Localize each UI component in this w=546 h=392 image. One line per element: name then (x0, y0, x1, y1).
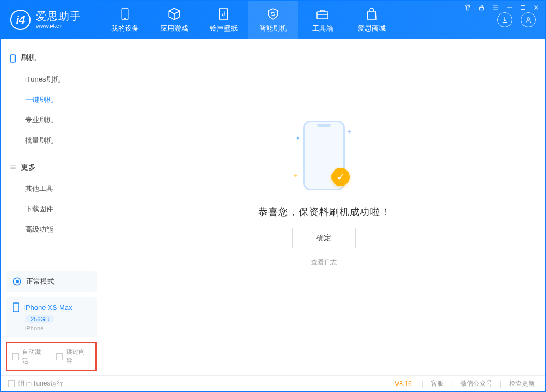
svg-rect-7 (11, 55, 16, 62)
nav-store[interactable]: 爱思商城 (347, 1, 396, 39)
svg-point-6 (527, 18, 530, 20)
device-card[interactable]: iPhone XS Max 256GB iPhone (6, 297, 97, 337)
app-window: i4 爱思助手 www.i4.cn 我的设备 应用游戏 铃声壁纸 智能刷机 (0, 0, 546, 392)
nav-label: 应用游戏 (160, 24, 188, 33)
music-file-icon (217, 7, 231, 21)
menu-icon[interactable] (492, 4, 499, 11)
sidebar: 刷机 iTunes刷机 一键刷机 专业刷机 批量刷机 更多 其他工具 下载固件 … (1, 39, 102, 375)
svg-point-3 (124, 18, 126, 19)
checkbox-icon (12, 353, 19, 360)
tshirt-icon[interactable] (464, 4, 471, 11)
user-button[interactable] (521, 12, 536, 27)
sparkle-icon: ✦ (293, 172, 298, 180)
logo-icon: i4 (10, 10, 31, 30)
checkbox-auto-activate[interactable]: 自动激活 (12, 347, 47, 366)
checkbox-icon (56, 353, 63, 360)
sidebar-item-itunes-flash[interactable]: iTunes刷机 (8, 69, 94, 90)
checkbox-block-itunes[interactable]: 阻止iTunes运行 (8, 379, 63, 388)
nav-label: 爱思商城 (358, 24, 386, 33)
ok-button[interactable]: 确定 (292, 228, 356, 248)
sidebar-item-advanced[interactable]: 高级功能 (8, 219, 94, 240)
refresh-shield-icon (266, 7, 280, 21)
mode-label: 正常模式 (26, 277, 54, 286)
sidebar-item-download-firmware[interactable]: 下载固件 (8, 199, 94, 219)
nav-label: 工具箱 (312, 24, 333, 33)
sidebar-item-other-tools[interactable]: 其他工具 (8, 179, 94, 199)
status-link-support[interactable]: 客服 (427, 379, 447, 388)
bag-icon (365, 7, 379, 21)
view-log-link[interactable]: 查看日志 (311, 258, 337, 267)
phone-icon (118, 7, 132, 21)
window-controls (464, 4, 540, 11)
lock-icon[interactable] (478, 4, 485, 11)
nav-ringtones[interactable]: 铃声壁纸 (199, 1, 248, 39)
header-right (497, 12, 536, 27)
mode-card[interactable]: 正常模式 (6, 271, 97, 292)
app-domain: www.i4.cn (36, 23, 81, 29)
version-label: V8.16 (395, 380, 411, 388)
nav-label: 铃声壁纸 (210, 24, 238, 33)
nav-toolbox[interactable]: 工具箱 (298, 1, 347, 39)
sidebar-group-more: 更多 其他工具 下载固件 高级功能 (1, 158, 102, 247)
sidebar-group-flash: 刷机 iTunes刷机 一键刷机 专业刷机 批量刷机 (1, 49, 102, 158)
nav-label: 智能刷机 (259, 24, 287, 33)
nav-label: 我的设备 (111, 24, 139, 33)
checkbox-icon (8, 380, 15, 387)
sidebar-group-title: 更多 (8, 158, 94, 176)
nav-my-device[interactable]: 我的设备 (100, 1, 150, 39)
minimize-button[interactable] (506, 4, 513, 11)
svg-rect-1 (521, 6, 525, 10)
highlighted-options: 自动激活 跳过向导 (6, 342, 97, 371)
sparkle-icon: ✦ (295, 135, 300, 142)
status-bar: 阻止iTunes运行 V8.16 | 客服 | 微信公众号 | 检查更新 (1, 375, 545, 391)
download-button[interactable] (497, 12, 512, 27)
main-content: ✦ ✦ ✦ + ✓ 恭喜您，保资料刷机成功啦！ 确定 查看日志 (102, 39, 545, 375)
status-link-update[interactable]: 检查更新 (506, 379, 538, 388)
svg-rect-4 (220, 8, 228, 20)
svg-rect-0 (480, 7, 484, 10)
mode-icon (12, 277, 22, 286)
main-nav: 我的设备 应用游戏 铃声壁纸 智能刷机 工具箱 爱思商城 (100, 1, 396, 39)
device-type: iPhone (25, 325, 90, 331)
status-link-wechat[interactable]: 微信公众号 (457, 379, 496, 388)
svg-point-9 (16, 280, 19, 283)
device-icon (12, 302, 20, 312)
success-message: 恭喜您，保资料刷机成功啦！ (258, 205, 390, 218)
nav-apps-games[interactable]: 应用游戏 (150, 1, 199, 39)
sidebar-item-pro-flash[interactable]: 专业刷机 (8, 110, 94, 130)
list-icon (9, 164, 17, 171)
success-illustration: ✦ ✦ ✦ + ✓ (292, 115, 356, 196)
sidebar-item-oneclick-flash[interactable]: 一键刷机 (8, 90, 94, 110)
maximize-button[interactable] (520, 4, 526, 11)
nav-flash[interactable]: 智能刷机 (248, 1, 298, 39)
sparkle-icon: ✦ (346, 128, 352, 136)
sparkle-icon: + (350, 162, 354, 170)
svg-rect-10 (13, 303, 19, 312)
device-name: iPhone XS Max (24, 304, 72, 312)
close-button[interactable] (533, 4, 540, 11)
check-badge-icon: ✓ (331, 168, 350, 186)
sidebar-group-title: 刷机 (8, 49, 94, 67)
toolbox-icon (315, 7, 329, 21)
checkbox-skip-guide[interactable]: 跳过向导 (56, 347, 91, 366)
logo: i4 爱思助手 www.i4.cn (10, 10, 81, 30)
device-icon (9, 54, 17, 62)
cube-icon (167, 7, 181, 21)
sidebar-bottom: 正常模式 iPhone XS Max 256GB iPhone 自动激活 (1, 266, 102, 375)
body: 刷机 iTunes刷机 一键刷机 专业刷机 批量刷机 更多 其他工具 下载固件 … (1, 39, 545, 375)
app-name: 爱思助手 (36, 10, 81, 23)
svg-rect-5 (317, 12, 328, 19)
device-capacity: 256GB (25, 315, 54, 323)
sidebar-item-batch-flash[interactable]: 批量刷机 (8, 130, 94, 151)
